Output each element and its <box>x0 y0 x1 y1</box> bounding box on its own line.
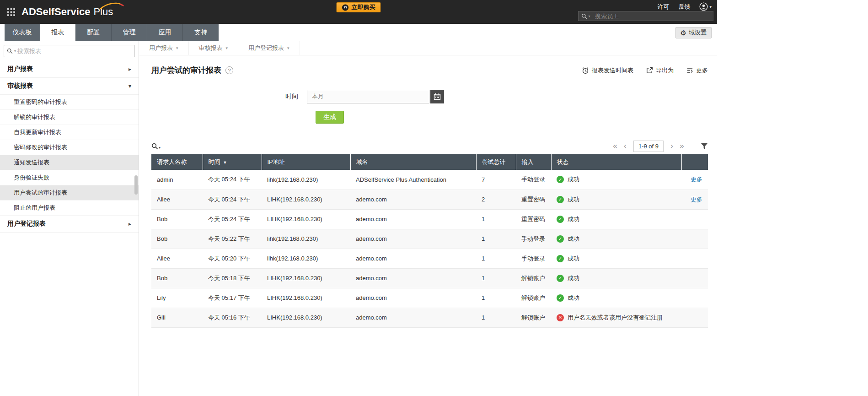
cell-attempts: 2 <box>476 190 516 209</box>
more-icon <box>686 67 693 74</box>
cell-ip: LIHK(192.168.0.230) <box>262 209 350 229</box>
cell-requester: Bob <box>151 229 203 249</box>
action-export-as[interactable]: 导出为 <box>646 66 674 75</box>
domain-settings-button[interactable]: ⚙ 域设置 <box>675 27 712 38</box>
filter-button[interactable] <box>701 143 708 150</box>
column-header-status[interactable]: 状态 <box>551 154 681 170</box>
calendar-button[interactable] <box>430 90 444 103</box>
tab-support[interactable]: 支持 <box>183 24 219 41</box>
page-range: 1-9 of 9 <box>633 141 664 152</box>
content-inner: 用户尝试的审计报表 ? 报表发送时间表导出为更多 时间 <box>139 55 717 328</box>
status-badge: ✓成功 <box>557 215 676 223</box>
table-row: Bob今天 05:18 下午LIHK(192.168.0.230)ademo.c… <box>151 268 708 288</box>
tab-dashboard[interactable]: 仪表板 <box>5 24 40 41</box>
buy-now-button[interactable]: 立即购买 <box>337 2 381 12</box>
sidebar-item-label: 通知发送报表 <box>14 158 131 167</box>
tab-reports[interactable]: 报表 <box>40 24 76 41</box>
breadcrumb-menu-user-reports[interactable]: 用户报表▾ <box>139 41 189 55</box>
sidebar-item-audit-reports[interactable]: 审核报表▾ <box>0 78 139 95</box>
content: 用户报表▾审核报表▾用户登记报表▾ 用户尝试的审计报表 ? 报表发送时间表导出为… <box>139 41 717 396</box>
breadcrumb-menu-user-enrollment-reports[interactable]: 用户登记报表▾ <box>238 41 300 55</box>
help-icon[interactable]: ? <box>225 66 233 74</box>
column-header-ip[interactable]: IP地址 <box>262 154 350 170</box>
table-header-row: 请求人名称时间▼IP地址域名尝试总计输入状态 <box>151 154 708 170</box>
table-search-icon[interactable]: ▾ <box>151 143 161 150</box>
chevron-down-icon: ▾ <box>176 46 178 50</box>
status-text: 成功 <box>568 274 579 282</box>
cell-domain: ademo.com <box>350 209 476 229</box>
chevron-down-icon: ▾ <box>159 146 161 150</box>
column-header-requester[interactable]: 请求人名称 <box>151 154 203 170</box>
last-page-button[interactable]: » <box>677 141 687 151</box>
apps-grid-icon[interactable] <box>7 8 15 16</box>
search-scope-icon[interactable]: ▾ <box>579 11 593 21</box>
topbar-right: 许可 反馈 ▾ ▾ <box>578 0 717 24</box>
sidebar-item-user-reports[interactable]: 用户报表▸ <box>0 61 139 78</box>
feedback-link[interactable]: 反馈 <box>678 3 690 11</box>
breadcrumb-menu-audit-reports[interactable]: 审核报表▾ <box>189 41 239 55</box>
sidebar-item-label: 审核报表 <box>7 82 129 90</box>
time-range-input[interactable] <box>307 90 429 103</box>
generate-button[interactable]: 生成 <box>316 111 344 124</box>
column-header-time[interactable]: 时间▼ <box>203 154 262 170</box>
column-label: 输入 <box>522 158 534 165</box>
sidebar-item-reset-password-audit[interactable]: 重置密码的审计报表 <box>0 95 139 110</box>
tab-application[interactable]: 应用 <box>147 24 183 41</box>
tab-configuration[interactable]: 配置 <box>76 24 112 41</box>
cell-status: ✓成功 <box>551 288 681 308</box>
cell-domain: ademo.com <box>350 249 476 268</box>
sidebar-item-authentication-failure[interactable]: 身份验证失败 <box>0 170 139 185</box>
cell-attempts: 7 <box>476 170 516 190</box>
column-label: 时间 <box>209 158 220 165</box>
cell-status: ✓成功 <box>551 170 681 190</box>
action-more[interactable]: 更多 <box>686 66 708 75</box>
prev-page-button[interactable]: ‹ <box>620 141 630 151</box>
sidebar-item-user-attempts-audit[interactable]: 用户尝试的审计报表 <box>0 185 139 201</box>
sidebar-item-unlock-audit[interactable]: 解锁的审计报表 <box>0 110 139 125</box>
more-link[interactable]: 更多 <box>691 176 702 183</box>
sidebar-item-self-update-audit[interactable]: 自我更新审计报表 <box>0 125 139 140</box>
sidebar-item-password-change-audit[interactable]: 密码修改的审计报表 <box>0 140 139 155</box>
sidebar-item-label: 身份验证失败 <box>14 174 131 182</box>
cell-more: 更多 <box>681 170 708 190</box>
column-header-input[interactable]: 输入 <box>516 154 551 170</box>
chevron-down-icon: ▾ <box>588 14 590 18</box>
sidebar-item-user-enrollment-reports[interactable]: 用户登记报表▸ <box>0 216 139 233</box>
time-picker <box>307 90 444 103</box>
sidebar-item-label: 密码修改的审计报表 <box>14 143 131 152</box>
cell-more <box>681 288 708 308</box>
status-text: 成功 <box>568 175 579 184</box>
cell-ip: LIHK(192.168.0.230) <box>262 190 350 209</box>
sidebar-item-notification-delivery[interactable]: 通知发送报表 <box>0 155 139 170</box>
cell-ip: LIHK(192.168.0.230) <box>262 288 350 308</box>
cell-ip: lihk(192.168.0.230) <box>262 170 350 190</box>
chevron-down-icon: ▾ <box>709 5 712 9</box>
sidebar-scrollbar[interactable] <box>134 175 138 195</box>
column-header-attempts[interactable]: 尝试总计 <box>476 154 516 170</box>
cell-ip: LIHK(192.168.0.230) <box>262 268 350 288</box>
report-search-input[interactable] <box>17 48 132 54</box>
cell-status: ✓成功 <box>551 268 681 288</box>
cell-time: 今天 05:20 下午 <box>203 249 262 268</box>
cell-requester: Gill <box>151 308 203 327</box>
cell-input: 解锁账户 <box>516 268 551 288</box>
success-icon: ✓ <box>557 235 564 243</box>
employee-search-input[interactable] <box>593 13 713 20</box>
more-link[interactable]: 更多 <box>691 196 702 203</box>
column-header-domain[interactable]: 域名 <box>350 154 476 170</box>
license-link[interactable]: 许可 <box>657 3 669 11</box>
cell-domain: ademo.com <box>350 268 476 288</box>
column-header-more[interactable] <box>681 154 708 170</box>
next-page-button[interactable]: › <box>667 141 677 151</box>
sidebar-item-blocked-users[interactable]: 阻止的用户报表 <box>0 201 139 216</box>
tab-admin[interactable]: 管理 <box>112 24 147 41</box>
table-row: Aliee今天 05:20 下午lihk(192.168.0.230)ademo… <box>151 249 708 268</box>
cell-requester: Aliee <box>151 249 203 268</box>
action-report-schedule[interactable]: 报表发送时间表 <box>582 66 633 75</box>
breadcrumb-menu-label: 用户登记报表 <box>248 44 284 52</box>
first-page-button[interactable]: « <box>610 141 620 151</box>
user-avatar[interactable]: ▾ <box>699 2 712 11</box>
column-label: 域名 <box>356 158 368 165</box>
column-label: 请求人名称 <box>157 158 187 165</box>
title-row: 用户尝试的审计报表 ? 报表发送时间表导出为更多 <box>151 65 708 76</box>
